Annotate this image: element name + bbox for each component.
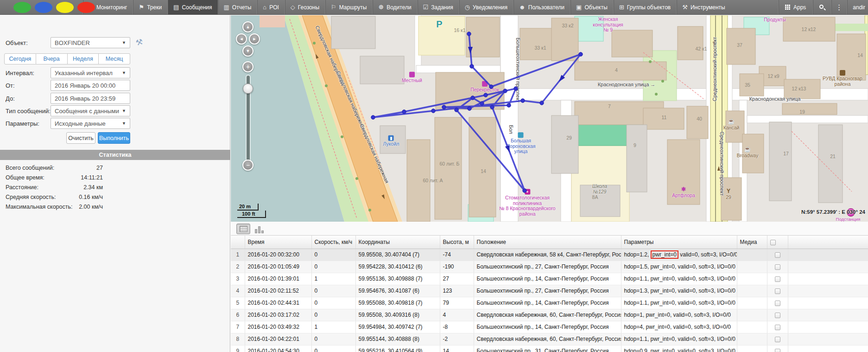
apps-button[interactable]: Apps [778, 0, 812, 14]
more-menu-button[interactable]: ⋮ [831, 0, 847, 14]
cell-time: 2016-01-20 00:32:00 [245, 249, 311, 261]
column-header-Положение[interactable]: Положение [474, 236, 621, 249]
unit-icon: ▣ [576, 4, 582, 11]
pan-down-button[interactable]: ▼ [242, 45, 253, 57]
cell-time: 2016-01-20 03:49:32 [245, 321, 311, 333]
column-header-col0[interactable] [231, 236, 245, 249]
select-all-checkbox[interactable] [770, 240, 776, 245]
nav-item-jobs[interactable]: ☑Задания [417, 0, 459, 14]
pan-right-button[interactable]: ► [249, 33, 260, 45]
nav-item-label: Геозоны [298, 4, 319, 11]
pan-up-button[interactable]: ▲ [242, 21, 253, 32]
pan-left-button[interactable]: ◄ [236, 33, 247, 45]
app-logo [0, 0, 82, 15]
table-row[interactable]: 72016-01-20 03:49:32159.954984, 30.40974… [231, 321, 868, 333]
column-header-Время[interactable]: Время [245, 236, 311, 249]
cell-location: Свердловская набережная, 58 к4, Санкт-Пе… [474, 249, 621, 261]
message-type-label: Тип сообщений: [6, 108, 51, 115]
zoom-slider-handle[interactable] [243, 83, 253, 94]
cell-speed: 0 [311, 345, 355, 352]
column-header-Высота, м[interactable]: Высота, м [440, 236, 474, 249]
parameters-select[interactable]: Исходные данные ▼ [51, 118, 130, 129]
nav-item-label: Инструменты [691, 4, 725, 11]
cell-speed: 0 [311, 333, 355, 345]
logo-dot-1 [35, 2, 52, 13]
track-point [480, 102, 484, 105]
row-checkbox[interactable] [775, 337, 780, 342]
column-header-Медиа[interactable]: Медиа [737, 236, 767, 249]
table-row[interactable]: 32016-01-20 01:39:01159.955136, 30.40988… [231, 273, 868, 285]
row-checkbox[interactable] [775, 325, 780, 330]
quick-range-yesterday[interactable]: Вчера [36, 53, 68, 64]
to-input[interactable]: 2016 Январь 20 23:59 [51, 93, 130, 104]
nav-item-users[interactable]: ☻Пользователи [513, 0, 570, 14]
row-checkbox[interactable] [775, 288, 780, 294]
quick-range-month[interactable]: Месяц [99, 53, 130, 64]
row-checkbox[interactable] [775, 301, 780, 306]
nav-item-reports[interactable]: ▥Отчеты [218, 0, 257, 14]
nav-item-drivers[interactable]: ☸Водители [372, 0, 417, 14]
table-view-button[interactable] [236, 224, 250, 234]
table-row[interactable]: 82016-01-20 04:22:01059.955144, 30.40888… [231, 333, 868, 345]
track-point [442, 105, 446, 109]
table-row[interactable]: 12016-01-20 00:32:00059.95508, 30.407404… [231, 249, 868, 261]
cell-row-number: 2 [231, 261, 245, 273]
nav-item-units[interactable]: ▣Объекты [570, 0, 613, 14]
cell-checkbox [767, 285, 788, 297]
nav-item-routes[interactable]: ⚐Маршруты [325, 0, 372, 14]
cell-coordinates: 59.95508, 30.407404 (7) [355, 249, 440, 261]
search-button[interactable] [812, 0, 831, 14]
cell-media [737, 345, 767, 352]
row-checkbox[interactable] [775, 349, 780, 352]
table-row[interactable]: 52016-01-20 02:44:31059.955088, 30.40981… [231, 297, 868, 309]
column-header-Параметры[interactable]: Параметры [621, 236, 737, 249]
wrench-icon[interactable]: ⚒ [135, 37, 144, 48]
clear-button[interactable]: Очистить [66, 132, 95, 144]
nav-item-geofences[interactable]: ◇Геозоны [285, 0, 325, 14]
nav-item-label: Задания [431, 4, 453, 11]
nav-item-tools[interactable]: ⚒Инструменты [676, 0, 730, 14]
chart-view-button[interactable] [255, 224, 265, 233]
cell-media [737, 321, 767, 333]
logo-dot-3 [77, 2, 95, 13]
column-header-Скорость, км/ч[interactable]: Скорость, км/ч [311, 236, 355, 249]
map-canvas[interactable]: Свердловская набережнаяСвердловская набе… [231, 15, 868, 222]
quick-range-week[interactable]: Неделя [68, 53, 99, 64]
table-row[interactable]: 92016-01-20 04:54:30059.955216, 30.41056… [231, 345, 868, 352]
cell-checkbox [767, 309, 788, 321]
nav-item-unit-groups[interactable]: ⊞Группы объектов [613, 0, 676, 14]
scale-metric: 20 m [237, 204, 259, 211]
cell-media [737, 297, 767, 309]
interval-select[interactable]: Указанный интервал ▼ [51, 67, 130, 78]
zoom-in-button[interactable]: + [242, 61, 253, 72]
nav-item-poi[interactable]: ⌂POI [257, 0, 285, 14]
row-checkbox[interactable] [775, 313, 780, 318]
cell-checkbox [767, 333, 788, 345]
nav-item-label: Отчеты [232, 4, 251, 11]
track-point [455, 108, 458, 112]
nav-item-tracks[interactable]: ⚑Треки [133, 0, 167, 14]
user-menu[interactable]: andir [847, 0, 868, 14]
nav-item-label: POI [269, 4, 279, 11]
table-row[interactable]: 62016-01-20 03:17:02059.95508, 30.409316… [231, 309, 868, 321]
cell-location: Свердловская набережная, 60, Санкт-Петер… [474, 333, 621, 345]
cell-row-number: 5 [231, 297, 245, 309]
cell-altitude: -8 [440, 321, 474, 333]
zoom-out-button[interactable]: − [242, 160, 253, 171]
nav-item-notifications[interactable]: ◷Уведомления [459, 0, 513, 14]
row-checkbox[interactable] [775, 252, 780, 258]
execute-button[interactable]: Выполнить [98, 132, 130, 144]
nav-item-messages[interactable]: ▤Сообщения [167, 0, 217, 14]
cell-time: 2016-01-20 03:17:02 [245, 309, 311, 321]
object-select[interactable]: BOXFINDER ▼ [51, 37, 130, 48]
quick-range-today[interactable]: Сегодня [4, 53, 36, 64]
column-header-Координаты[interactable]: Координаты [355, 236, 440, 249]
table-row[interactable]: 22016-01-20 01:05:49059.954228, 30.41041… [231, 261, 868, 273]
table-row[interactable]: 42016-01-20 02:11:52059.954676, 30.41087… [231, 285, 868, 297]
cell-speed: 0 [311, 261, 355, 273]
from-input[interactable]: 2016 Январь 20 00:00 [51, 80, 130, 91]
row-checkbox[interactable] [775, 276, 780, 282]
stat-row: Всего сообщений:27 [0, 165, 230, 174]
message-type-select[interactable]: Сообщения с данными ▼ [51, 105, 130, 116]
row-checkbox[interactable] [775, 264, 780, 270]
